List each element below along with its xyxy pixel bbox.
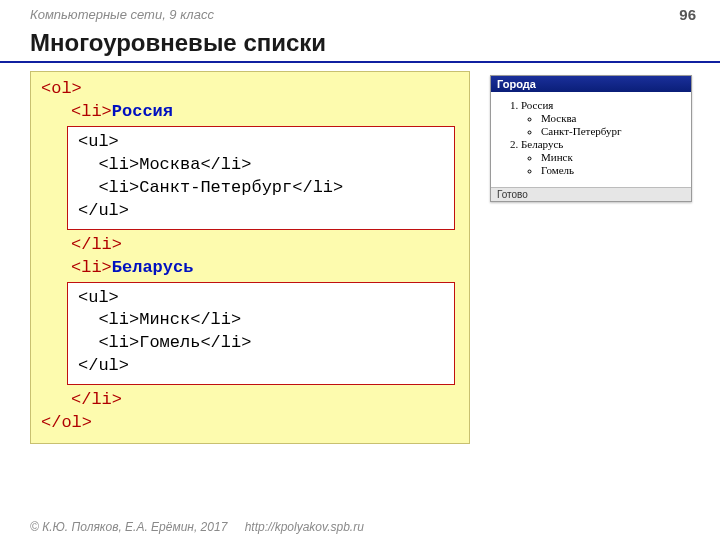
code-text: </ul> [78, 356, 129, 375]
preview-unordered-list: Москва Санкт-Петербург [521, 112, 683, 137]
list-item: Москва [541, 112, 683, 124]
code-text: <li>Санкт-Петербург</li> [78, 178, 343, 197]
preview-body: Россия Москва Санкт-Петербург Беларусь М… [491, 92, 691, 187]
code-text: </li> [71, 390, 122, 409]
slide-header: Компьютерные сети, 9 класс 96 [0, 0, 720, 25]
nested-code-box-2: <ul> <li>Минск</li> <li>Гомель</li> </ul… [67, 282, 455, 386]
code-text: <li> [71, 258, 112, 277]
code-example: <ol> <li>Россия <ul> <li>Москва</li> <li… [30, 71, 470, 444]
course-title: Компьютерные сети, 9 класс [30, 7, 214, 22]
slide-title: Многоуровневые списки [0, 25, 720, 63]
browser-preview: Города Россия Москва Санкт-Петербург Бел… [490, 75, 692, 202]
list-item: Санкт-Петербург [541, 125, 683, 137]
slide-content: <ol> <li>Россия <ul> <li>Москва</li> <li… [0, 71, 720, 444]
list-item: Россия Москва Санкт-Петербург [521, 99, 683, 137]
list-item: Беларусь Минск Гомель [521, 138, 683, 176]
nested-code-box-1: <ul> <li>Москва</li> <li>Санкт-Петербург… [67, 126, 455, 230]
list-item: Минск [541, 151, 683, 163]
code-text: <li> [71, 102, 112, 121]
code-text: </ul> [78, 201, 129, 220]
code-text: <ul> [78, 288, 119, 307]
slide-footer: © К.Ю. Поляков, Е.А. Ерёмин, 2017 http:/… [30, 520, 364, 534]
code-text: <li>Гомель</li> [78, 333, 251, 352]
footer-url: http://kpolyakov.spb.ru [245, 520, 364, 534]
preview-statusbar: Готово [491, 187, 691, 201]
preview-titlebar: Города [491, 76, 691, 92]
copyright: © К.Ю. Поляков, Е.А. Ерёмин, 2017 [30, 520, 227, 534]
preview-ordered-list: Россия Москва Санкт-Петербург Беларусь М… [499, 99, 683, 176]
preview-window-title: Города [497, 78, 536, 90]
list-item: Гомель [541, 164, 683, 176]
page-number: 96 [679, 6, 696, 23]
window-icon [674, 79, 685, 90]
code-text: <li>Минск</li> [78, 310, 241, 329]
code-text: <li>Москва</li> [78, 155, 251, 174]
preview-unordered-list: Минск Гомель [521, 151, 683, 176]
code-text: </ol> [41, 413, 92, 432]
code-text: Россия [112, 102, 173, 121]
code-text: Беларусь [112, 258, 194, 277]
code-text: </li> [71, 235, 122, 254]
code-text: <ol> [41, 79, 82, 98]
code-text: <ul> [78, 132, 119, 151]
